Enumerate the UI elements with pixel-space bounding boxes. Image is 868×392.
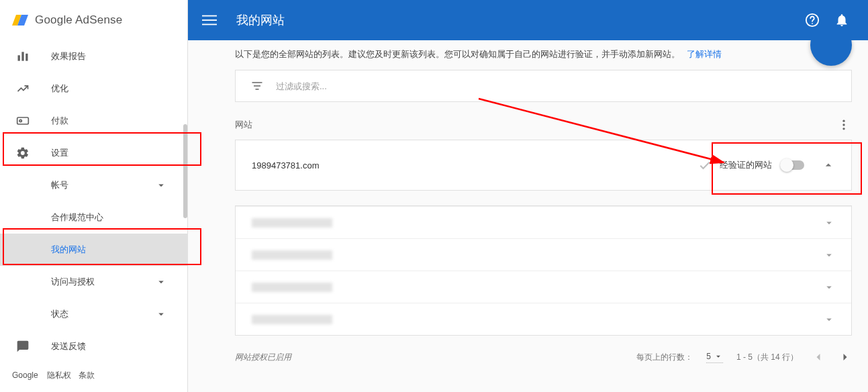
chevron-down-icon bbox=[155, 276, 167, 288]
page-size-value: 5 bbox=[706, 352, 711, 361]
sidebar-label: 发送反馈 bbox=[51, 340, 86, 352]
footer-brand: Google bbox=[12, 371, 38, 380]
sidebar-footer: Google 隐私权 条款 bbox=[12, 370, 100, 381]
authorized-note: 网站授权已启用 bbox=[235, 352, 291, 363]
svg-rect-12 bbox=[252, 82, 262, 83]
rows-per-page-label: 每页上的行数： bbox=[636, 352, 693, 363]
chevron-up-icon[interactable] bbox=[822, 158, 835, 172]
svg-point-6 bbox=[19, 119, 21, 121]
help-icon[interactable] bbox=[805, 13, 820, 28]
learn-more-link[interactable]: 了解详情 bbox=[687, 49, 722, 59]
chevron-down-icon bbox=[155, 179, 167, 191]
verified-label: 经验证的网站 bbox=[720, 159, 772, 171]
svg-rect-9 bbox=[202, 24, 217, 26]
sidebar: Google AdSense 效果报告 优化 付款 设置 帐号 合作规范中心 我… bbox=[0, 0, 188, 392]
site-list-card bbox=[235, 205, 852, 336]
verified-toggle[interactable] bbox=[781, 160, 804, 170]
svg-rect-2 bbox=[18, 55, 20, 60]
site-domain: 1989473781.com bbox=[252, 160, 319, 170]
description-text: 以下是您的全部网站的列表。建议您及时更新该列表。您可以对确知属于自己的网站进行验… bbox=[235, 49, 680, 59]
page-range: 1 - 5（共 14 行） bbox=[736, 352, 798, 363]
svg-point-15 bbox=[842, 120, 845, 122]
bell-icon[interactable] bbox=[834, 13, 849, 28]
sidebar-item-my-sites[interactable]: 我的网站 bbox=[0, 234, 187, 266]
sidebar-item-account[interactable]: 帐号 bbox=[0, 169, 187, 201]
sidebar-item-policy[interactable]: 合作规范中心 bbox=[0, 201, 187, 234]
chevron-down-icon bbox=[823, 217, 835, 229]
logo: Google AdSense bbox=[0, 0, 187, 40]
blurred-domain bbox=[252, 218, 332, 228]
next-page-icon[interactable] bbox=[838, 350, 852, 364]
page-size-select[interactable]: 5 bbox=[706, 352, 723, 363]
svg-rect-4 bbox=[26, 54, 28, 61]
caret-down-icon bbox=[714, 352, 723, 361]
description: 以下是您的全部网站的列表。建议您及时更新该列表。您可以对确知属于自己的网站进行验… bbox=[235, 48, 852, 60]
main: 以下是您的全部网站的列表。建议您及时更新该列表。您可以对确知属于自己的网站进行验… bbox=[188, 40, 868, 392]
blurred-domain bbox=[252, 315, 332, 324]
chevron-down-icon bbox=[823, 281, 835, 293]
sidebar-label: 优化 bbox=[51, 83, 68, 95]
pager-row: 网站授权已启用 每页上的行数： 5 1 - 5（共 14 行） bbox=[235, 350, 852, 371]
sidebar-item-payments[interactable]: 付款 bbox=[0, 105, 187, 137]
svg-point-16 bbox=[842, 124, 845, 126]
chevron-down-icon bbox=[823, 249, 835, 261]
filter-search-card bbox=[235, 70, 852, 102]
site-row-expanded[interactable]: 1989473781.com 经验证的网站 bbox=[236, 140, 851, 190]
check-icon bbox=[698, 158, 712, 172]
sidebar-label: 状态 bbox=[51, 308, 68, 320]
chevron-down-icon bbox=[155, 308, 167, 320]
feedback-icon bbox=[15, 338, 31, 354]
chevron-down-icon bbox=[823, 313, 835, 326]
terms-link[interactable]: 条款 bbox=[79, 371, 95, 380]
trending-up-icon bbox=[15, 81, 31, 97]
topbar: 我的网站 bbox=[188, 0, 868, 40]
filter-icon bbox=[250, 79, 264, 93]
svg-rect-5 bbox=[17, 117, 29, 124]
svg-rect-8 bbox=[202, 19, 217, 21]
sidebar-label: 合作规范中心 bbox=[51, 211, 103, 224]
svg-point-17 bbox=[842, 128, 845, 130]
list-item[interactable] bbox=[236, 271, 851, 303]
section-head: 网站 bbox=[235, 117, 852, 133]
sidebar-item-access[interactable]: 访问与授权 bbox=[0, 266, 187, 298]
list-item[interactable] bbox=[236, 206, 851, 238]
svg-rect-14 bbox=[256, 89, 259, 90]
sidebar-label: 帐号 bbox=[51, 179, 68, 191]
sidebar-list: 效果报告 优化 付款 设置 帐号 合作规范中心 我的网站 访问与授权 状态 bbox=[0, 40, 187, 362]
sidebar-label: 我的网站 bbox=[51, 244, 86, 256]
sidebar-item-settings[interactable]: 设置 bbox=[0, 137, 187, 169]
payments-icon bbox=[15, 113, 31, 129]
blurred-domain bbox=[252, 250, 332, 260]
sidebar-item-reports[interactable]: 效果报告 bbox=[0, 40, 187, 72]
sidebar-label: 效果报告 bbox=[51, 50, 86, 62]
page-title: 我的网站 bbox=[236, 12, 285, 28]
adsense-logo-icon bbox=[12, 12, 28, 28]
svg-rect-3 bbox=[21, 52, 23, 60]
blurred-domain bbox=[252, 283, 332, 292]
list-item[interactable] bbox=[236, 303, 851, 335]
sidebar-item-optimize[interactable]: 优化 bbox=[0, 72, 187, 105]
reports-icon bbox=[15, 48, 31, 64]
list-item[interactable] bbox=[236, 238, 851, 271]
sidebar-item-feedback[interactable]: 发送反馈 bbox=[0, 330, 187, 362]
prev-page-icon[interactable] bbox=[812, 350, 825, 364]
sidebar-label: 设置 bbox=[51, 147, 68, 159]
menu-icon[interactable] bbox=[201, 12, 218, 28]
gear-icon bbox=[15, 145, 31, 161]
logo-text: Google AdSense bbox=[35, 13, 122, 27]
privacy-link[interactable]: 隐私权 bbox=[47, 371, 71, 380]
sidebar-item-status[interactable]: 状态 bbox=[0, 298, 187, 330]
primary-site-card: 1989473781.com 经验证的网站 bbox=[235, 140, 852, 191]
svg-rect-13 bbox=[254, 85, 260, 87]
sidebar-label: 访问与授权 bbox=[51, 276, 95, 288]
svg-rect-7 bbox=[202, 15, 217, 17]
svg-point-11 bbox=[812, 23, 813, 24]
section-title: 网站 bbox=[235, 119, 252, 131]
more-menu-icon[interactable] bbox=[836, 117, 852, 133]
sidebar-label: 付款 bbox=[51, 115, 68, 127]
sidebar-scrollbar[interactable] bbox=[183, 124, 187, 218]
search-input[interactable] bbox=[276, 81, 836, 91]
